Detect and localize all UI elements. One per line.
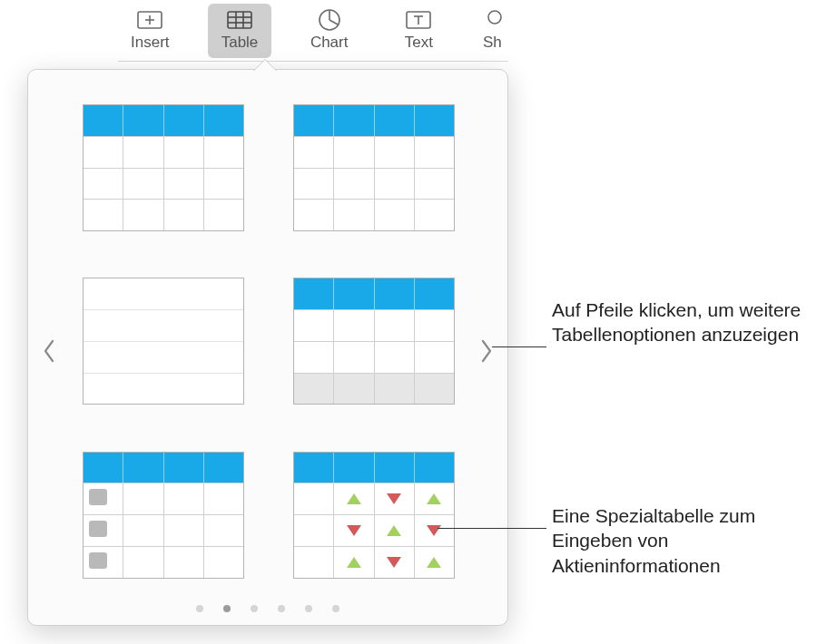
page-dot[interactable] <box>278 605 285 612</box>
triangle-down-icon <box>347 525 361 536</box>
shape-icon <box>478 9 506 31</box>
triangle-up-icon <box>387 525 401 536</box>
triangle-up-icon <box>427 557 441 568</box>
table-style-option[interactable] <box>83 452 244 579</box>
table-button[interactable]: Table <box>208 4 272 58</box>
triangle-down-icon <box>427 525 441 536</box>
table-style-option[interactable] <box>293 104 455 231</box>
next-page-arrow[interactable] <box>473 333 500 369</box>
text-button[interactable]: Text <box>387 4 451 58</box>
page-dot[interactable] <box>332 605 339 612</box>
triangle-up-icon <box>427 493 441 504</box>
table-label: Table <box>221 34 259 52</box>
prev-page-arrow[interactable] <box>35 333 63 369</box>
text-icon <box>405 9 432 31</box>
insert-button[interactable]: Insert <box>118 4 182 58</box>
callout-stock: Eine Spezialtabelle zum Eingeben von Akt… <box>552 503 824 578</box>
table-style-option[interactable] <box>83 278 244 405</box>
page-dot[interactable] <box>305 605 312 612</box>
svg-rect-3 <box>228 12 251 28</box>
page-dot[interactable] <box>196 605 203 612</box>
chart-label: Chart <box>310 34 349 52</box>
shape-label: Sh <box>483 34 502 52</box>
table-style-option[interactable] <box>83 104 244 231</box>
page-dots <box>28 605 507 612</box>
shape-button[interactable]: Sh <box>477 4 508 58</box>
table-style-popover <box>27 69 508 626</box>
page-dot[interactable] <box>223 605 231 612</box>
text-label: Text <box>405 34 433 52</box>
table-icon <box>226 9 253 31</box>
svg-point-14 <box>488 11 501 24</box>
toolbar: Insert Table Chart <box>118 0 508 62</box>
triangle-down-icon <box>387 557 401 568</box>
triangle-down-icon <box>387 493 401 504</box>
table-style-option[interactable] <box>293 278 455 405</box>
triangle-up-icon <box>347 493 361 504</box>
callout-arrows: Auf Pfeile klicken, um weitere Tabelleno… <box>552 298 833 347</box>
insert-icon <box>136 9 163 31</box>
svg-line-10 <box>329 20 338 24</box>
chart-button[interactable]: Chart <box>297 4 361 58</box>
insert-label: Insert <box>131 34 170 52</box>
page-dot[interactable] <box>251 605 258 612</box>
triangle-up-icon <box>347 557 361 568</box>
chart-icon <box>316 9 343 31</box>
table-style-stock[interactable] <box>293 452 455 579</box>
table-style-grid <box>83 104 453 580</box>
